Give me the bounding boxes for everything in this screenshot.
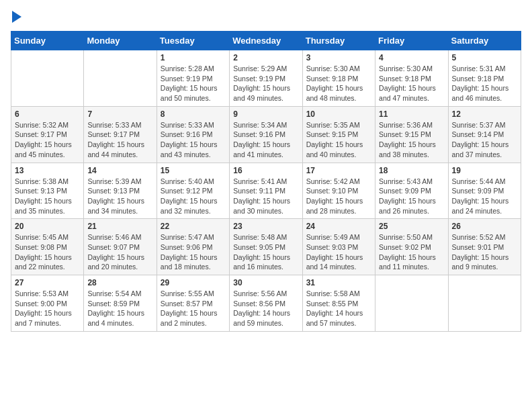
day-number: 1	[161, 53, 226, 62]
calendar-cell: 15Sunrise: 5:40 AM Sunset: 9:12 PM Dayli…	[157, 163, 229, 219]
calendar-cell: 1Sunrise: 5:28 AM Sunset: 9:19 PM Daylig…	[157, 50, 229, 107]
day-number: 21	[87, 222, 152, 231]
day-number: 13	[15, 166, 80, 175]
day-info: Sunrise: 5:49 AM Sunset: 9:03 PM Dayligh…	[306, 232, 371, 272]
calendar-cell: 3Sunrise: 5:30 AM Sunset: 9:18 PM Daylig…	[302, 50, 375, 107]
calendar-cell: 19Sunrise: 5:44 AM Sunset: 9:09 PM Dayli…	[448, 163, 521, 219]
calendar-cell: 6Sunrise: 5:32 AM Sunset: 9:17 PM Daylig…	[11, 106, 84, 163]
calendar-cell: 10Sunrise: 5:35 AM Sunset: 9:15 PM Dayli…	[302, 106, 375, 163]
day-number: 10	[306, 109, 371, 119]
day-number: 29	[161, 278, 226, 287]
day-number: 23	[233, 222, 298, 231]
day-number: 28	[87, 278, 152, 287]
day-info: Sunrise: 5:33 AM Sunset: 9:17 PM Dayligh…	[87, 120, 152, 160]
day-number: 7	[87, 109, 152, 119]
day-number: 16	[233, 166, 298, 175]
day-info: Sunrise: 5:58 AM Sunset: 8:55 PM Dayligh…	[306, 289, 371, 328]
calendar-table: SundayMondayTuesdayWednesdayThursdayFrid…	[11, 31, 521, 332]
day-info: Sunrise: 5:46 AM Sunset: 9:07 PM Dayligh…	[87, 232, 152, 272]
calendar-header-row: SundayMondayTuesdayWednesdayThursdayFrid…	[11, 32, 521, 50]
calendar-cell: 11Sunrise: 5:36 AM Sunset: 9:15 PM Dayli…	[375, 106, 448, 163]
calendar-cell: 31Sunrise: 5:58 AM Sunset: 8:55 PM Dayli…	[302, 275, 375, 332]
day-info: Sunrise: 5:48 AM Sunset: 9:05 PM Dayligh…	[233, 232, 298, 272]
day-info: Sunrise: 5:41 AM Sunset: 9:11 PM Dayligh…	[233, 177, 298, 216]
day-info: Sunrise: 5:50 AM Sunset: 9:02 PM Dayligh…	[379, 232, 444, 272]
calendar-cell: 16Sunrise: 5:41 AM Sunset: 9:11 PM Dayli…	[230, 163, 302, 219]
day-info: Sunrise: 5:55 AM Sunset: 8:57 PM Dayligh…	[161, 289, 226, 328]
calendar-cell: 9Sunrise: 5:34 AM Sunset: 9:16 PM Daylig…	[230, 106, 302, 163]
calendar-header-monday: Monday	[84, 32, 157, 50]
day-info: Sunrise: 5:52 AM Sunset: 9:01 PM Dayligh…	[452, 232, 517, 272]
calendar-cell: 28Sunrise: 5:54 AM Sunset: 8:59 PM Dayli…	[84, 275, 157, 332]
calendar-cell	[375, 275, 448, 332]
calendar-week-row: 20Sunrise: 5:45 AM Sunset: 9:08 PM Dayli…	[11, 219, 521, 275]
day-number: 31	[306, 278, 371, 287]
calendar-header-friday: Friday	[375, 32, 448, 50]
day-info: Sunrise: 5:56 AM Sunset: 8:56 PM Dayligh…	[233, 289, 298, 328]
day-info: Sunrise: 5:30 AM Sunset: 9:18 PM Dayligh…	[306, 64, 371, 103]
calendar-cell: 8Sunrise: 5:33 AM Sunset: 9:16 PM Daylig…	[157, 106, 229, 163]
calendar-cell: 12Sunrise: 5:37 AM Sunset: 9:14 PM Dayli…	[448, 106, 521, 163]
calendar-cell: 17Sunrise: 5:42 AM Sunset: 9:10 PM Dayli…	[302, 163, 375, 219]
day-info: Sunrise: 5:32 AM Sunset: 9:17 PM Dayligh…	[15, 120, 80, 160]
day-number: 17	[306, 166, 371, 175]
day-number: 18	[379, 166, 444, 175]
day-number: 26	[452, 222, 517, 231]
day-number: 20	[15, 222, 80, 231]
calendar-cell: 5Sunrise: 5:31 AM Sunset: 9:18 PM Daylig…	[448, 50, 521, 107]
calendar-cell: 22Sunrise: 5:47 AM Sunset: 9:06 PM Dayli…	[157, 219, 229, 275]
calendar-week-row: 13Sunrise: 5:38 AM Sunset: 9:13 PM Dayli…	[11, 163, 521, 219]
day-number: 30	[233, 278, 298, 287]
calendar-cell: 20Sunrise: 5:45 AM Sunset: 9:08 PM Dayli…	[11, 219, 84, 275]
day-info: Sunrise: 5:38 AM Sunset: 9:13 PM Dayligh…	[15, 177, 80, 216]
day-info: Sunrise: 5:40 AM Sunset: 9:12 PM Dayligh…	[161, 177, 226, 216]
day-number: 12	[452, 109, 517, 119]
day-number: 5	[452, 53, 517, 62]
day-number: 25	[379, 222, 444, 231]
day-info: Sunrise: 5:28 AM Sunset: 9:19 PM Dayligh…	[161, 64, 226, 103]
day-info: Sunrise: 5:53 AM Sunset: 9:00 PM Dayligh…	[15, 289, 80, 328]
calendar-cell	[11, 50, 84, 107]
day-number: 15	[161, 166, 226, 175]
day-number: 3	[306, 53, 371, 62]
calendar-cell: 26Sunrise: 5:52 AM Sunset: 9:01 PM Dayli…	[448, 219, 521, 275]
day-info: Sunrise: 5:29 AM Sunset: 9:19 PM Dayligh…	[233, 64, 298, 103]
day-number: 27	[15, 278, 80, 287]
day-info: Sunrise: 5:30 AM Sunset: 9:18 PM Dayligh…	[379, 64, 444, 103]
calendar-body: 1Sunrise: 5:28 AM Sunset: 9:19 PM Daylig…	[11, 50, 521, 332]
day-info: Sunrise: 5:43 AM Sunset: 9:09 PM Dayligh…	[379, 177, 444, 216]
calendar-cell: 23Sunrise: 5:48 AM Sunset: 9:05 PM Dayli…	[230, 219, 302, 275]
calendar-cell	[84, 50, 157, 107]
calendar-cell: 24Sunrise: 5:49 AM Sunset: 9:03 PM Dayli…	[302, 219, 375, 275]
header	[11, 11, 521, 23]
day-number: 9	[233, 109, 298, 119]
calendar-header-saturday: Saturday	[448, 32, 521, 50]
day-info: Sunrise: 5:44 AM Sunset: 9:09 PM Dayligh…	[452, 177, 517, 216]
day-info: Sunrise: 5:36 AM Sunset: 9:15 PM Dayligh…	[379, 120, 444, 160]
day-info: Sunrise: 5:34 AM Sunset: 9:16 PM Dayligh…	[233, 120, 298, 160]
calendar-header-tuesday: Tuesday	[157, 32, 229, 50]
day-info: Sunrise: 5:42 AM Sunset: 9:10 PM Dayligh…	[306, 177, 371, 216]
calendar-cell: 14Sunrise: 5:39 AM Sunset: 9:13 PM Dayli…	[84, 163, 157, 219]
day-info: Sunrise: 5:35 AM Sunset: 9:15 PM Dayligh…	[306, 120, 371, 160]
calendar-cell: 2Sunrise: 5:29 AM Sunset: 9:19 PM Daylig…	[230, 50, 302, 107]
calendar-cell: 25Sunrise: 5:50 AM Sunset: 9:02 PM Dayli…	[375, 219, 448, 275]
calendar-week-row: 27Sunrise: 5:53 AM Sunset: 9:00 PM Dayli…	[11, 275, 521, 332]
day-number: 2	[233, 53, 298, 62]
day-number: 19	[452, 166, 517, 175]
day-number: 4	[379, 53, 444, 62]
day-info: Sunrise: 5:54 AM Sunset: 8:59 PM Dayligh…	[87, 289, 152, 328]
calendar-header-sunday: Sunday	[11, 32, 84, 50]
day-number: 22	[161, 222, 226, 231]
calendar-header-thursday: Thursday	[302, 32, 375, 50]
logo-triangle-icon	[12, 11, 21, 23]
logo	[11, 11, 21, 23]
day-info: Sunrise: 5:33 AM Sunset: 9:16 PM Dayligh…	[161, 120, 226, 160]
day-number: 11	[379, 109, 444, 119]
calendar-cell: 13Sunrise: 5:38 AM Sunset: 9:13 PM Dayli…	[11, 163, 84, 219]
day-number: 6	[15, 109, 80, 119]
calendar-week-row: 1Sunrise: 5:28 AM Sunset: 9:19 PM Daylig…	[11, 50, 521, 107]
day-info: Sunrise: 5:39 AM Sunset: 9:13 PM Dayligh…	[87, 177, 152, 216]
calendar-cell: 29Sunrise: 5:55 AM Sunset: 8:57 PM Dayli…	[157, 275, 229, 332]
calendar-header-wednesday: Wednesday	[230, 32, 302, 50]
